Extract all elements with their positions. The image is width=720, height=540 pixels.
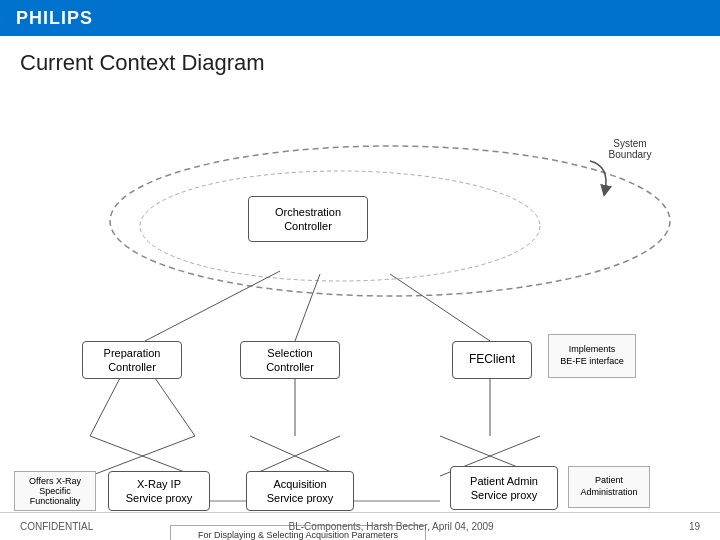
patient-admin-note-box: Patient Administration bbox=[568, 466, 650, 508]
footer-confidential: CONFIDENTIAL bbox=[20, 521, 93, 532]
svg-point-0 bbox=[110, 146, 670, 296]
system-boundary-label: System Boundary bbox=[590, 138, 670, 160]
header: PHILIPS bbox=[0, 0, 720, 36]
philips-logo: PHILIPS bbox=[16, 8, 93, 29]
footer: CONFIDENTIAL BL-Components, Harsh Becher… bbox=[0, 512, 720, 540]
offers-xray-note: Offers X-Ray Specific Functionality bbox=[14, 471, 96, 511]
svg-line-5 bbox=[90, 378, 120, 436]
svg-line-6 bbox=[155, 378, 195, 436]
patient-admin-proxy-box: Patient Admin Service proxy bbox=[450, 466, 558, 510]
preparation-controller-box: Preparation Controller bbox=[82, 341, 182, 379]
footer-author: BL-Components, Harsh Becher, April 04, 2… bbox=[289, 521, 494, 532]
footer-page-number: 19 bbox=[689, 521, 700, 532]
orchestration-controller-box: Orchestration Controller bbox=[248, 196, 368, 242]
acquisition-proxy-box: Acquisition Service proxy bbox=[246, 471, 354, 511]
svg-line-2 bbox=[145, 271, 280, 341]
feclient-box: FEClient bbox=[452, 341, 532, 379]
implements-note-box: Implements BE-FE interface bbox=[548, 334, 636, 378]
diagram-area: System Boundary Orchestration Controller… bbox=[0, 76, 720, 526]
svg-line-3 bbox=[295, 274, 320, 341]
svg-line-4 bbox=[390, 274, 490, 341]
xray-ip-proxy-box: X-Ray IP Service proxy bbox=[108, 471, 210, 511]
page-title: Current Context Diagram bbox=[0, 36, 720, 76]
selection-controller-box: Selection Controller bbox=[240, 341, 340, 379]
